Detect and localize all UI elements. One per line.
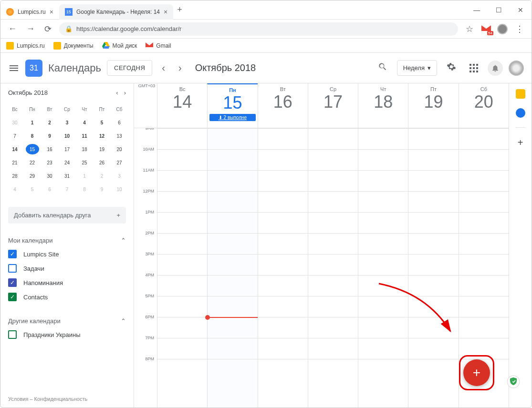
checkbox[interactable]: ✓ — [8, 250, 17, 258]
bookmark-item[interactable]: Lumpics.ru — [6, 42, 45, 50]
forward-button[interactable]: → — [24, 22, 37, 36]
minical-day[interactable]: 25 — [78, 157, 91, 168]
minical-day[interactable]: 18 — [78, 144, 91, 154]
grid-column[interactable] — [207, 128, 257, 408]
minical-day[interactable]: 13 — [113, 131, 126, 141]
minical-day[interactable]: 6 — [113, 117, 126, 128]
minical-day[interactable]: 5 — [95, 117, 109, 128]
prev-week-button[interactable]: ‹ — [158, 59, 169, 77]
calendar-item[interactable]: ✓Lumpics Site — [8, 247, 126, 261]
minical-day[interactable]: 6 — [43, 184, 56, 194]
calendar-item[interactable]: ✓Напоминания — [8, 275, 126, 290]
day-header[interactable]: Пн15⬇ 2 выполне — [207, 83, 257, 128]
settings-icon[interactable] — [443, 58, 460, 78]
minical-day[interactable]: 7 — [61, 184, 74, 194]
minical-next[interactable]: › — [124, 89, 126, 96]
minical-day[interactable]: 26 — [95, 157, 109, 168]
minical-day[interactable]: 2 — [43, 117, 56, 128]
minical-day[interactable]: 4 — [8, 184, 21, 194]
minical-day[interactable]: 3 — [61, 117, 74, 128]
minical-day[interactable]: 23 — [43, 157, 56, 168]
day-header[interactable]: Чт18 — [358, 83, 408, 128]
keep-icon[interactable] — [516, 89, 525, 99]
my-calendars-header[interactable]: Мои календари ⌃ — [8, 234, 126, 247]
calendar-item[interactable]: ✓Contacts — [8, 290, 126, 304]
other-calendars-header[interactable]: Другие календари ⌃ — [8, 315, 126, 327]
checkbox[interactable] — [8, 264, 17, 273]
day-header[interactable]: Ср17 — [308, 83, 358, 128]
browser-tab[interactable]: Lumpics.ru × — [0, 4, 59, 20]
browser-tab-active[interactable]: 15 Google Календарь - Неделя: 14 × — [59, 4, 173, 20]
minical-day[interactable]: 21 — [8, 157, 21, 168]
minical-day[interactable]: 22 — [26, 157, 39, 168]
checkbox[interactable]: ✓ — [8, 293, 17, 301]
menu-icon[interactable] — [8, 62, 20, 74]
grid-column[interactable] — [157, 128, 207, 408]
tasks-icon[interactable] — [516, 108, 525, 118]
minical-day[interactable]: 10 — [61, 131, 74, 141]
minical-day[interactable]: 30 — [43, 171, 56, 181]
minical-day[interactable]: 8 — [26, 131, 39, 141]
minical-day[interactable]: 24 — [61, 157, 74, 168]
day-header[interactable]: Пт19 — [408, 83, 458, 128]
gmail-ext-icon[interactable]: 54 — [481, 24, 491, 34]
today-button[interactable]: СЕГОДНЯ — [107, 60, 152, 76]
minical-day[interactable]: 30 — [8, 117, 21, 128]
profile-avatar[interactable] — [509, 61, 524, 76]
minical-day[interactable]: 5 — [26, 184, 39, 194]
minical-day[interactable]: 9 — [95, 184, 109, 194]
minical-day[interactable]: 31 — [61, 171, 74, 181]
minical-day[interactable]: 14 — [8, 144, 21, 154]
add-friend-calendar[interactable]: Добавить календарь друга + — [8, 207, 126, 224]
minical-day[interactable]: 19 — [95, 144, 109, 154]
minical-day[interactable]: 7 — [8, 131, 21, 141]
close-icon[interactable]: × — [50, 8, 53, 16]
calendar-item[interactable]: Праздники Украины — [8, 327, 126, 342]
minical-day[interactable]: 4 — [78, 117, 91, 128]
minical-day[interactable]: 28 — [8, 171, 21, 181]
back-button[interactable]: ← — [6, 22, 19, 36]
grid-column[interactable] — [408, 128, 458, 408]
grid-column[interactable] — [258, 128, 308, 408]
minical-day[interactable]: 1 — [26, 117, 39, 128]
allday-event[interactable]: ⬇ 2 выполне — [209, 114, 255, 121]
new-tab-button[interactable]: + — [177, 5, 182, 15]
day-header[interactable]: Вс14 — [157, 83, 207, 128]
minical-day[interactable]: 8 — [78, 184, 91, 194]
minical-day[interactable]: 3 — [113, 171, 126, 181]
minical-prev[interactable]: ‹ — [116, 89, 118, 96]
search-icon[interactable] — [374, 58, 391, 78]
grid-column[interactable] — [358, 128, 408, 408]
create-event-button[interactable]: + — [463, 359, 490, 386]
minical-day[interactable]: 10 — [113, 184, 126, 194]
next-week-button[interactable]: › — [175, 59, 186, 77]
minical-day[interactable]: 29 — [26, 171, 39, 181]
minical-day[interactable]: 20 — [113, 144, 126, 154]
bookmark-item[interactable]: Мой диск — [102, 42, 137, 50]
maximize-button[interactable]: ☐ — [488, 6, 510, 14]
add-addon-icon[interactable]: + — [518, 137, 523, 148]
minical-day[interactable]: 27 — [113, 157, 126, 168]
day-header[interactable]: Сб20 — [459, 83, 509, 128]
minimize-button[interactable]: — — [466, 6, 488, 14]
minical-day[interactable]: 1 — [78, 171, 91, 181]
menu-button[interactable]: ⋮ — [513, 22, 526, 36]
checkbox[interactable]: ✓ — [8, 278, 17, 287]
close-icon[interactable]: × — [164, 8, 167, 16]
view-dropdown[interactable]: Неделя ▾ — [397, 60, 437, 76]
apps-icon[interactable] — [466, 60, 482, 76]
time-grid[interactable]: 9AM10AM11AM12PM1PM2PM3PM4PM5PM6PM7PM8PM — [134, 128, 509, 408]
close-button[interactable]: ✕ — [510, 6, 532, 14]
profile-avatar-ext[interactable] — [497, 24, 508, 34]
reload-button[interactable]: ⟳ — [42, 22, 53, 36]
minical-day[interactable]: 11 — [78, 131, 91, 141]
bookmark-item[interactable]: Документы — [53, 42, 94, 50]
day-header[interactable]: Вт16 — [258, 83, 308, 128]
grid-column[interactable] — [308, 128, 358, 408]
minical-day[interactable]: 9 — [43, 131, 56, 141]
minical-day[interactable]: 17 — [61, 144, 74, 154]
minical-day[interactable]: 16 — [43, 144, 56, 154]
mini-calendar[interactable]: ВсПнВтСрЧтПтСб30123456789101112131415161… — [8, 104, 126, 197]
minical-day[interactable]: 2 — [95, 171, 109, 181]
footer-links[interactable]: Условия – Конфиденциальность — [8, 389, 126, 402]
